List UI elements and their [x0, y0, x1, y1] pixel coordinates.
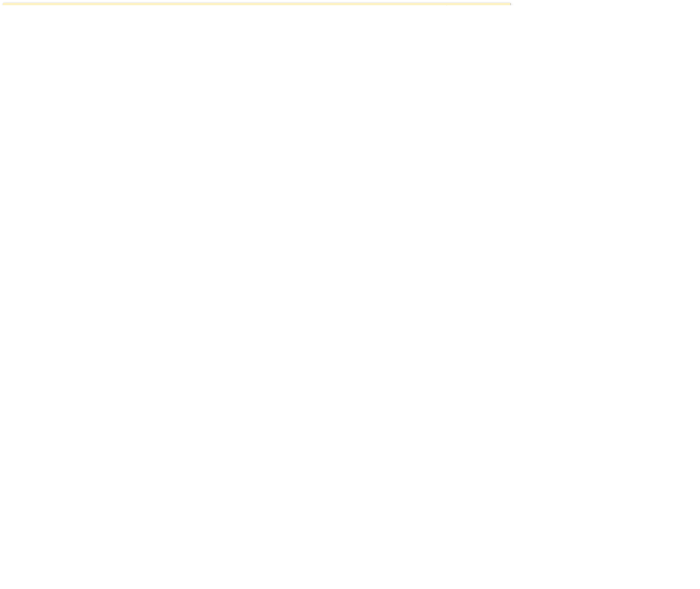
titlebar: 1c Бухгалтерия предприятия (1С:Предприят…: [3, 3, 510, 5]
window-main: 1c Бухгалтерия предприятия (1С:Предприят…: [3, 3, 510, 5]
history-icon[interactable]: ↺: [455, 5, 460, 5]
app-title: Бухгалтерия предприятия (1С:Предприятие): [24, 5, 135, 6]
panel-icon[interactable]: ☰: [502, 5, 507, 5]
user-name[interactable]: Оксана В: [474, 5, 497, 6]
bell-icon[interactable]: 🔔: [443, 5, 450, 5]
star-icon[interactable]: ☆: [464, 5, 470, 5]
logo-1c: 1c: [6, 5, 12, 5]
